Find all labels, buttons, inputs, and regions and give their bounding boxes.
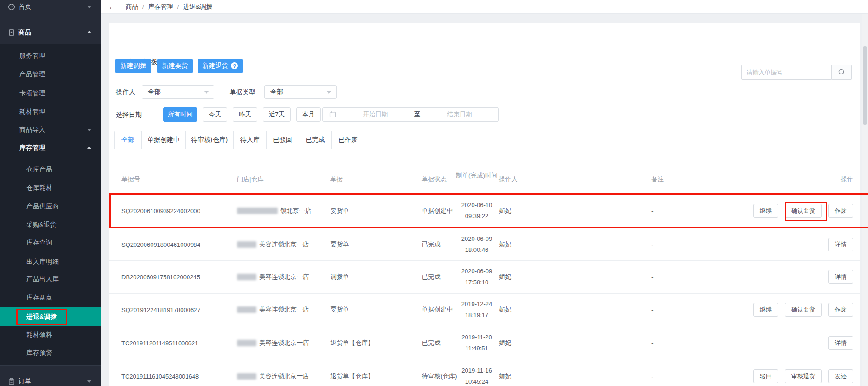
store-warehouse: 美容连锁北京一店 [237,306,309,314]
date-range-picker[interactable]: 开始日期 至 结束日期 [322,107,499,122]
sidebar: 首页商品服务管理产品管理卡项管理耗材管理商品导入库存管理仓库产品仓库耗材产品供应… [0,0,101,386]
start-date-placeholder[interactable]: 开始日期 [336,110,414,119]
sidebar-item-product-inout[interactable]: 产品出入库 [0,270,101,288]
created-time: 2019-12-2418:19:17 [449,299,504,321]
store-name: 美容连锁北京一店 [259,306,309,314]
sidebar-item-product-suppliers[interactable]: 产品供应商 [0,197,101,216]
tab-all[interactable]: 全部 [114,131,142,149]
sidebar-item-warehouse-consumables[interactable]: 仓库耗材 [0,179,101,197]
date-range-to-label: 至 [414,110,421,119]
action-button[interactable]: 详情 [828,270,853,284]
action-button[interactable]: 详情 [828,336,853,350]
sidebar-item-goods-import[interactable]: 商品导入 [0,121,101,139]
sidebar-item-service-mgmt[interactable]: 服务管理 [0,47,101,65]
date-quick-all-time-button[interactable]: 所有时间 [163,107,197,122]
action-button[interactable]: 审核退货 [785,369,822,383]
chevron-down-icon [87,380,91,383]
redacted-store-name [237,241,256,248]
tab-creating[interactable]: 单据创建中 [141,131,186,149]
order-number: SQ201912241819178000627 [121,306,200,313]
chevron-down-icon [327,91,331,94]
action-button[interactable]: 作废 [828,303,853,317]
sidebar-item-orders[interactable]: 订单 [0,372,101,386]
table-header: 单据号门店|仓库单据单据状态制单(完成)时间操作人备注操作 [109,164,860,193]
sidebar-item-product-mgmt[interactable]: 产品管理 [0,65,101,84]
sidebar-item-consumable-pick[interactable]: 耗材领料 [0,326,101,344]
sidebar-item-label: 订单 [18,377,31,386]
sidebar-item-inout-transfer[interactable]: 进退&调拨 [0,307,101,326]
new-transfer-button[interactable]: 新建调拨 [115,59,151,73]
order-number: DB202006091758102000245 [121,274,200,281]
end-date-placeholder[interactable]: 结束日期 [420,110,498,119]
action-button[interactable]: 作废 [828,204,853,218]
action-button[interactable]: 驳回 [753,369,778,383]
operator: 媚妃 [499,339,511,347]
action-button[interactable]: 继续 [753,204,778,218]
sidebar-item-inventory-query[interactable]: 库存查询 [0,233,101,252]
chevron-up-icon [87,147,91,149]
sidebar-item-inventory-check[interactable]: 库存盘点 [0,288,101,307]
action-button[interactable]: 发还 [828,369,853,383]
new-request-button[interactable]: 新建要货 [157,59,193,73]
tab-pending-inbound[interactable]: 待入库 [233,131,267,149]
tab-voided[interactable]: 已作废 [331,131,364,149]
date-quick-today-button[interactable]: 今天 [203,107,227,122]
sidebar-item-inout-detail[interactable]: 出入库明细 [0,253,101,271]
action-button[interactable]: 确认要货 [785,303,822,317]
sidebar-item-label: 耗材领料 [26,331,52,339]
date-quick-yesterday-button[interactable]: 昨天 [233,107,257,122]
store-name: 美容连锁北京一店 [259,273,309,281]
sidebar-item-warehouse-products[interactable]: 仓库产品 [0,160,101,179]
scrollbar-thumb[interactable] [863,46,867,125]
sidebar-item-label: 产品管理 [19,70,45,79]
action-button[interactable]: 详情 [828,238,853,251]
sidebar-item-purchase-returns[interactable]: 采购&退货 [0,216,101,234]
sidebar-item-label: 库存盘点 [26,294,52,302]
table-row: TC201911161045243001648美容连锁北京一店退货单【仓库】待审… [109,360,860,386]
created-date: 2019-12-24 [449,299,504,310]
operator-select-value: 全部 [148,88,161,96]
sidebar-item-goods[interactable]: 商品 [0,23,101,42]
sidebar-item-consumable-mgmt[interactable]: 耗材管理 [0,103,101,121]
column-header: 单据 [330,175,343,184]
created-time: 2019-11-2011:49:51 [449,332,504,354]
sidebar-item-label: 仓库耗材 [26,184,52,192]
search-icon [838,68,845,76]
created-clock: 11:49:51 [449,343,504,354]
sidebar-item-inventory-mgmt[interactable]: 库存管理 [0,139,101,157]
action-button[interactable]: 继续 [753,303,778,317]
tab-pending-review[interactable]: 待审核(仓库) [185,131,234,149]
breadcrumb-item[interactable]: 进退&调拨 [183,3,212,11]
doc-status: 已完成 [422,273,441,281]
sidebar-item-label: 服务管理 [19,52,45,60]
sidebar-item-home[interactable]: 首页 [0,0,101,16]
doc-type-select[interactable]: 全部 [264,85,337,99]
date-quick-this-month-button[interactable]: 本月 [296,107,321,122]
search-input[interactable] [741,65,832,80]
column-header: 单据号 [121,175,140,184]
search-button[interactable] [832,65,852,80]
redacted-store-name [237,306,256,313]
breadcrumb-separator: / [177,3,179,10]
store-name: 美容连锁北京一店 [259,372,309,380]
sidebar-item-inventory-alert[interactable]: 库存预警 [0,344,101,362]
action-button[interactable]: 确认要货 [785,204,822,218]
date-quick-last7days-button[interactable]: 近7天 [263,107,291,122]
back-arrow-icon[interactable]: ← [109,3,115,11]
help-question-icon[interactable]: ? [231,62,238,69]
scrollbar[interactable] [862,14,868,386]
breadcrumb-item[interactable]: 库存管理 [148,3,173,11]
breadcrumb-item[interactable]: 商品 [126,3,138,11]
remark: - [651,306,654,313]
created-clock: 10:45:24 [449,376,504,386]
sidebar-item-card-mgmt[interactable]: 卡项管理 [0,84,101,103]
doc-type-select-value: 全部 [270,88,283,96]
operator-select[interactable]: 全部 [142,85,214,99]
breadcrumb-separator: / [142,3,144,10]
table-row: SQ202006091800461000984美容连锁北京一店要货单已完成202… [109,228,860,261]
tab-rejected[interactable]: 已驳回 [266,131,299,149]
new-return-button[interactable]: 新建退货 ? [198,59,243,73]
column-header: 操作 [841,175,853,184]
tab-completed[interactable]: 已完成 [299,131,332,149]
sidebar-item-label: 库存查询 [26,239,52,247]
